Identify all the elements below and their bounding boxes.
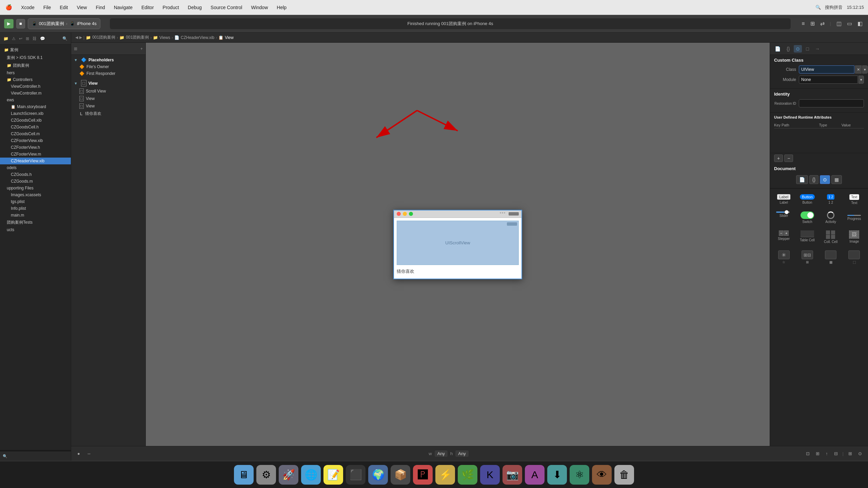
bottom-any-w-btn[interactable]: Any [435, 450, 448, 457]
lib-misc1-widget[interactable]: ✳ ☆ [773, 249, 795, 265]
menubar-spotlight-icon[interactable]: 🔍 [815, 5, 821, 10]
ib-view-group[interactable]: ▼ □ View [71, 79, 145, 87]
bottom-align-icon[interactable]: ⊞ [814, 450, 822, 457]
remove-attribute-btn[interactable]: − [784, 155, 793, 162]
menubar-debug[interactable]: Debug [186, 4, 203, 11]
apple-menu[interactable]: 🍎 [4, 3, 14, 11]
bottom-constraints-icon[interactable]: ⊡ [804, 450, 812, 457]
inspector-identity-icon[interactable]: ⊙ [794, 45, 802, 53]
lib-text-widget[interactable]: Text Text [843, 193, 865, 206]
inspector-code-icon[interactable]: {} [785, 45, 792, 53]
menubar-help[interactable]: Help [275, 4, 288, 11]
nav-group-supporting[interactable]: upporting Files [0, 185, 71, 191]
ib-placeholders-group[interactable]: ▼ 🔷 Placeholders [71, 56, 145, 63]
bottom-zoom-icon[interactable]: ⊙ [856, 450, 864, 457]
nav-group-headers[interactable]: hers [0, 69, 71, 76]
xib-min-btn[interactable] [403, 212, 407, 216]
add-attribute-btn[interactable]: + [774, 155, 783, 162]
editor-standard-icon[interactable]: ≡ [800, 19, 806, 28]
nav-viewcontroller-m[interactable]: ViewController.m [0, 90, 71, 97]
xib-max-btn[interactable] [409, 212, 413, 216]
menubar-editor[interactable]: Editor [140, 4, 155, 11]
nav-tgs-plist[interactable]: tgs.plist [0, 198, 71, 205]
nav-item-project[interactable]: 📁 团购案例 [0, 62, 71, 69]
dock-filezilla[interactable]: ⚡ [435, 465, 455, 485]
nav-item-root[interactable]: 📁 案例 [0, 46, 71, 54]
scheme-selector[interactable]: 📱 001团购案例 › 📱 iPhone 4s [28, 18, 100, 29]
doc-page-icon-btn[interactable]: 📄 [796, 175, 808, 184]
nav-group-controllers[interactable]: 📁 Controllers [0, 76, 71, 83]
lib-segmented-widget[interactable]: 12 1 2 [820, 193, 842, 206]
dock-atom[interactable]: ⚛ [570, 465, 589, 485]
nav-group-tests[interactable]: 团购案例Tests [0, 219, 71, 226]
nav-filter-icon[interactable]: 🔍 [3, 454, 7, 459]
ib-scroll-view[interactable]: □ Scroll View [71, 87, 145, 95]
lib-label-widget[interactable]: Label Label [773, 193, 795, 206]
lib-activity-widget[interactable]: Activity [820, 210, 842, 225]
debug-area-icon[interactable]: ▭ [846, 19, 853, 28]
breadcrumb-back-btn[interactable]: ◀ [75, 35, 78, 40]
ib-toolbar-grid-icon[interactable]: ⊞ [74, 46, 77, 51]
breadcrumb-project[interactable]: 001团购案例 [92, 35, 115, 40]
lib-stepper-widget[interactable]: − + Stepper [773, 229, 795, 245]
dock-safari[interactable]: 🌐 [301, 465, 321, 485]
nav-czgoods-h[interactable]: CZGoods.h [0, 171, 71, 178]
editor-assistant-icon[interactable]: ⊞ [809, 19, 816, 28]
ib-files-owner[interactable]: 🔶 File's Owner [71, 63, 145, 70]
run-button[interactable]: ▶ [4, 19, 14, 28]
doc-code-icon-btn[interactable]: {} [809, 175, 818, 184]
dock-launchpad[interactable]: 🚀 [279, 465, 298, 485]
nav-main-storyboard[interactable]: 📋 Main.storyboard [0, 103, 71, 110]
inspector-size-icon[interactable]: □ [804, 45, 811, 53]
nav-czfooterview-h[interactable]: CZFooterView.h [0, 144, 71, 151]
dock-terminal[interactable]: ⬛ [346, 465, 366, 485]
lib-misc2-widget[interactable]: ⊞⊟ ⊞ [796, 249, 818, 265]
lib-misc4-widget[interactable]: ⬚ [843, 249, 865, 265]
dock-appstore[interactable]: ⬇ [547, 465, 567, 485]
bottom-grid-icon[interactable]: ⊞ [846, 450, 854, 457]
class-dropdown-btn[interactable]: ▾ [862, 65, 868, 74]
menubar-view[interactable]: View [75, 4, 88, 11]
menubar-xcode[interactable]: Xcode [20, 4, 36, 11]
inspector-connections-icon[interactable]: → [813, 45, 822, 53]
warning-icon[interactable]: ⚠ [11, 36, 16, 42]
inspector-toggle-icon[interactable]: ◧ [856, 19, 864, 28]
comment-icon[interactable]: 💬 [39, 36, 46, 42]
folder-icon[interactable]: 📁 [3, 36, 9, 42]
lib-button-widget[interactable]: Button Button [796, 193, 818, 206]
bottom-editor-icon[interactable]: ⊟ [832, 450, 840, 457]
nav-czfooterview-xib[interactable]: CZFooterView.xib [0, 137, 71, 144]
lib-tablecell-widget[interactable]: Table Cell [796, 229, 818, 245]
menubar-navigate[interactable]: Navigate [113, 4, 134, 11]
restoration-id-input[interactable] [799, 99, 864, 107]
dock-app1[interactable]: 📦 [391, 465, 410, 485]
menubar-window[interactable]: Window [250, 4, 269, 11]
module-input[interactable] [799, 76, 858, 84]
menubar-product[interactable]: Product [161, 4, 180, 11]
lib-misc3-widget[interactable]: ▦ [820, 249, 842, 265]
grid-icon[interactable]: ⊞ [25, 36, 30, 42]
nav-czfooterview-m[interactable]: CZFooterView.m [0, 151, 71, 158]
lib-collectioncell-widget[interactable]: Coll. Cell [820, 229, 842, 245]
breadcrumb-forward-btn[interactable]: ▶ [79, 35, 82, 40]
ib-view-1[interactable]: □ View [71, 95, 145, 102]
stop-button[interactable]: ■ [16, 19, 25, 28]
dock-trash[interactable]: 🗑 [614, 465, 634, 485]
lib-slider-widget[interactable]: Slider [773, 210, 795, 225]
lib-switch-widget[interactable]: Switch [796, 210, 818, 225]
nav-launchscreen[interactable]: LaunchScreen.xib [0, 110, 71, 117]
link-icon[interactable]: ⛓ [32, 36, 37, 42]
menubar-input-method[interactable]: 搜狗拼音 [825, 4, 843, 11]
dock-finder[interactable]: 🖥 [234, 465, 254, 485]
bottom-info-btn[interactable]: ● [75, 450, 82, 457]
nav-info-plist[interactable]: Info.plist [0, 205, 71, 212]
breadcrumb-xib[interactable]: CZHeaderView.xib [181, 35, 214, 40]
nav-czgoodscell-m[interactable]: CZGoodsCell.m [0, 130, 71, 137]
menubar-find[interactable]: Find [94, 4, 106, 11]
ib-first-responder[interactable]: 🔶 First Responder [71, 70, 145, 77]
ib-toolbar-plus-icon[interactable]: + [140, 46, 143, 51]
inspector-file-icon[interactable]: 📄 [773, 45, 783, 53]
menubar-source-control[interactable]: Source Control [209, 4, 243, 11]
dock-app2[interactable]: 🅿 [413, 465, 433, 485]
nav-main-m[interactable]: main.m [0, 212, 71, 219]
